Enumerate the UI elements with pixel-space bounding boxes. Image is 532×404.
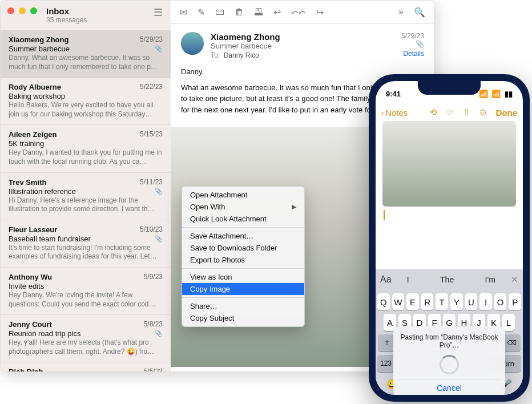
key-p[interactable]: P: [509, 293, 521, 310]
row-preview: Danny, What an awesome barbecue. It was …: [9, 54, 163, 71]
message-row[interactable]: Rody Albuerne5/22/23Baking workshopHello…: [1, 78, 171, 125]
attachment-icon: 📎: [155, 330, 163, 337]
row-date: 5/8/23: [144, 320, 163, 328]
status-icons: 📶 📶 ▮▮: [477, 90, 513, 98]
row-preview: Hello Bakers, We're very excited to have…: [9, 101, 163, 119]
key-w[interactable]: W: [392, 293, 405, 310]
message-row[interactable]: Jenny Court5/8/23📎Reunion road trip pics…: [1, 315, 171, 362]
key-q[interactable]: Q: [377, 293, 390, 310]
row-subject: Invite edits: [9, 282, 163, 290]
menu-item[interactable]: Save Attachment…: [182, 230, 304, 242]
message-row[interactable]: Rich Dinh5/5/23📎Trip to Zion National Pa…: [1, 362, 171, 371]
more-icon[interactable]: »: [398, 7, 404, 17]
row-subject: Summer barbecue: [9, 45, 163, 53]
row-subject: Baking workshop: [9, 92, 163, 100]
row-subject: Reunion road trip pics: [9, 329, 163, 338]
wifi-icon: 📶: [491, 90, 501, 98]
filter-icon[interactable]: ☰: [154, 6, 163, 19]
spinner-icon: [440, 355, 459, 374]
attachment-icon: 📎: [155, 188, 163, 195]
junk-icon[interactable]: 🗳: [254, 7, 263, 17]
compose-icon[interactable]: ✎: [198, 7, 205, 18]
trash-icon[interactable]: 🗑: [235, 7, 244, 17]
row-subject: 5K training: [9, 139, 163, 148]
sender-name: Xiaomeng Zhong: [211, 32, 280, 42]
message-row[interactable]: Aileen Zeigen5/15/235K trainingHey Danny…: [1, 125, 171, 172]
menu-separator: [182, 227, 304, 228]
message-subject: Summer barbecue: [211, 42, 280, 50]
suggestion[interactable]: I'm: [485, 275, 495, 284]
key-e[interactable]: E: [406, 293, 419, 310]
key-l[interactable]: L: [502, 314, 515, 331]
done-button[interactable]: Done: [496, 108, 518, 118]
message-row[interactable]: Anthony Wu5/9/23Invite editsHey Danny, W…: [1, 268, 171, 315]
menu-item[interactable]: View as Icon: [182, 271, 304, 283]
row-preview: Hey Danny, We're loving the invite! A fe…: [9, 291, 163, 309]
context-menu: Open AttachmentOpen With▶Quick Look Atta…: [182, 186, 305, 327]
menu-item[interactable]: Quick Look Attachment: [182, 213, 304, 225]
forward-icon[interactable]: ↪︎: [316, 7, 324, 18]
row-date: 5/22/23: [140, 83, 163, 91]
key-y[interactable]: Y: [450, 293, 463, 310]
menu-item-label: Open Attachment: [190, 191, 247, 199]
notes-back-button[interactable]: ‹ Notes: [381, 108, 408, 118]
row-preview: Hi Danny, Here's a reference image for t…: [9, 196, 163, 214]
close-window-icon[interactable]: [7, 7, 14, 14]
mailbox-title: Inbox: [46, 6, 163, 16]
note-pasted-image[interactable]: [382, 121, 516, 207]
menu-item-label: Copy Image: [190, 285, 230, 293]
row-date: 5/29/23: [140, 35, 163, 43]
menu-item-label: Open With: [190, 203, 225, 211]
share-icon[interactable]: ⇧: [463, 107, 470, 118]
menu-item[interactable]: Export to Photos: [182, 254, 304, 266]
menu-item[interactable]: Share…: [182, 300, 304, 312]
key-t[interactable]: T: [436, 293, 448, 310]
recipient-name[interactable]: Danny Rico: [224, 51, 259, 59]
undo-icon[interactable]: ⟲: [430, 107, 437, 118]
status-time: 9:41: [386, 90, 401, 98]
message-row[interactable]: Fleur Lasseur5/10/23📎Baseball team fundr…: [1, 220, 171, 268]
menu-item[interactable]: Copy Subject: [182, 312, 304, 324]
search-icon[interactable]: 🔍: [414, 7, 425, 18]
format-button[interactable]: Aa: [380, 274, 392, 285]
attachment-icon: 📎: [416, 40, 424, 48]
sender-avatar[interactable]: [181, 32, 204, 55]
submenu-arrow-icon: ▶: [292, 203, 296, 211]
menu-separator: [182, 268, 304, 269]
menu-separator: [182, 297, 304, 298]
row-from: Anthony Wu: [9, 273, 163, 281]
row-from: Rich Dinh: [9, 367, 163, 371]
mail-toolbar: ✉︎✎🗃🗑🗳↩︎⤺⤺↪︎»🔍: [171, 1, 434, 24]
row-subject: Illustration reference: [9, 187, 163, 196]
menu-item[interactable]: Copy Image: [182, 283, 304, 295]
message-row[interactable]: Xiaomeng Zhong5/29/23📎Summer barbecueDan…: [1, 30, 171, 78]
menu-item[interactable]: Open Attachment: [182, 189, 304, 201]
redo-icon[interactable]: ⟳: [446, 107, 454, 118]
menu-item[interactable]: Open With▶: [182, 201, 304, 213]
message-row[interactable]: Trev Smith5/11/23📎Illustration reference…: [1, 173, 171, 220]
details-link[interactable]: Details: [401, 50, 424, 58]
more-icon[interactable]: ⊙: [479, 107, 487, 118]
minimize-window-icon[interactable]: [19, 7, 26, 14]
suggestion[interactable]: I: [407, 275, 409, 284]
archive-icon[interactable]: 🗃: [215, 7, 224, 17]
key-123[interactable]: 123: [377, 355, 394, 372]
reply-all-icon[interactable]: ⤺⤺: [291, 7, 306, 18]
message-date: 5/29/23: [401, 32, 424, 40]
mail-icon[interactable]: ✉︎: [180, 7, 187, 18]
key-o[interactable]: O: [494, 293, 507, 310]
menu-item-label: Save to Downloads Folder: [190, 244, 277, 252]
menu-item[interactable]: Save to Downloads Folder: [182, 242, 304, 254]
row-date: 5/5/23: [144, 367, 163, 371]
dialog-cancel-button[interactable]: Cancel: [399, 379, 499, 393]
key-u[interactable]: U: [465, 293, 478, 310]
zoom-window-icon[interactable]: [30, 7, 37, 14]
mailbox-count: 35 messages: [46, 16, 163, 24]
notes-toolbar: ‹ Notes ⟲ ⟳ ⇧ ⊙ Done: [376, 104, 523, 121]
key-i[interactable]: I: [479, 293, 492, 310]
reply-icon[interactable]: ↩︎: [273, 7, 281, 18]
close-quicktype-icon[interactable]: ✕: [511, 274, 518, 285]
note-body[interactable]: Pasting from “Danny's MacBook Pro”… Canc…: [376, 207, 523, 269]
key-r[interactable]: R: [421, 293, 434, 310]
suggestion[interactable]: The: [440, 275, 454, 284]
